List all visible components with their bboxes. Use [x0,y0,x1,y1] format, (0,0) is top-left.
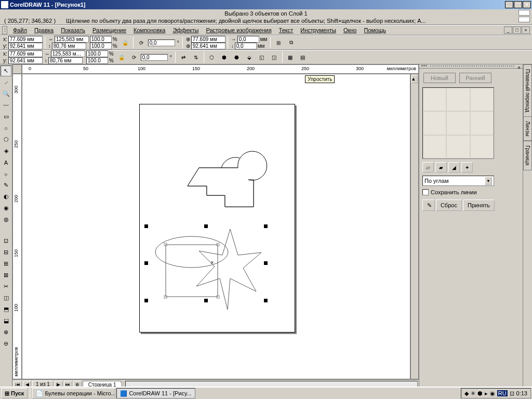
maximize-button[interactable]: □ [514,1,522,8]
width-input[interactable] [55,36,89,43]
height-input[interactable] [52,43,86,49]
trim-icon[interactable]: ⬢ [219,51,230,63]
mdi-icon1[interactable] [518,10,530,16]
drawing-canvas[interactable]: × Упростить [22,74,410,379]
center-x-input[interactable] [191,36,225,43]
mirror-v-icon[interactable]: ⇅ [190,51,202,63]
pick-tool[interactable]: ↖ [1,65,11,76]
tray-icon-6[interactable]: ⊡ [510,390,514,397]
ellipse-tool[interactable]: ○ [1,123,11,134]
extra-tool-4[interactable]: ⊠ [1,270,11,281]
extra-tool-6[interactable]: ◫ [1,292,11,303]
scale-y2-input[interactable] [86,57,108,64]
close-button[interactable]: × [523,1,531,8]
relative-icon[interactable]: ⊞ [273,37,284,48]
menu-tools[interactable]: Инструменты [297,26,340,34]
ruler-corner[interactable] [12,64,22,74]
rotation2-input[interactable] [141,54,168,61]
weld-icon[interactable]: ⬡ [206,51,218,63]
tray-icon-4[interactable]: ▸ [485,390,488,397]
interactive-fill-tool[interactable]: ◍ [1,214,11,225]
mdi-minimize[interactable]: _ [504,26,512,34]
tray-icon-3[interactable]: ⬢ [477,390,483,397]
preset-grid[interactable] [422,87,494,159]
blend-tool[interactable]: ⟐ [1,168,11,179]
tray-icon-1[interactable]: ◆ [464,390,469,397]
zoom-tool[interactable]: 🔍 [1,88,11,99]
lock-ratio-icon[interactable]: 🔒 [119,37,131,48]
scale-y-input[interactable] [90,43,112,49]
polygon-tool[interactable]: ⬠ [1,134,11,145]
menu-file[interactable]: Файл [9,26,31,34]
extra-tool-10[interactable]: ⊖ [1,338,11,349]
start-button[interactable]: ⊞ Пуск [1,388,28,398]
preset-3[interactable]: ◢ [448,162,460,172]
extra-tool-5[interactable]: ✂ [1,281,11,292]
pos-y-input[interactable] [8,43,43,49]
front-minus-icon[interactable]: ◱ [256,51,268,63]
rectangle-tool[interactable]: ▭ [1,111,11,122]
scale-x2-input[interactable] [86,50,108,57]
menu-window[interactable]: Окно [340,26,361,34]
extra-tool-8[interactable]: ⬓ [1,315,11,326]
width2-input[interactable] [51,50,85,57]
menu-layout[interactable]: Размещение [89,26,130,34]
chevron-down-icon[interactable]: ▼ [485,177,492,185]
extra-tool-9[interactable]: ⊕ [1,327,11,338]
text-tool[interactable]: A [1,157,11,168]
preset-4[interactable]: ✦ [461,162,473,172]
align-icon[interactable]: ▦ [285,51,296,63]
preset-1[interactable]: ▱ [422,162,434,172]
menu-grip[interactable]: ⋮ [2,26,7,34]
corner-combo[interactable]: По углам ▼ [422,176,494,186]
eyedropper-tool[interactable]: ✎ [1,180,11,191]
selection-handle[interactable] [144,261,148,265]
apply-button[interactable]: Принять [463,200,495,211]
menu-help[interactable]: Помощь [360,26,390,34]
scale-x-input[interactable] [90,36,112,43]
lock-ratio2-icon[interactable]: 🔒 [116,51,127,63]
minimize-button[interactable]: _ [505,1,513,8]
mirror-h-icon[interactable]: ⇄ [178,51,189,63]
docker-close-icon[interactable]: × [517,65,521,68]
eyedropper-action-icon[interactable]: ✎ [422,200,435,211]
tab-blend[interactable]: Плавный переход [523,64,532,116]
selection-handle[interactable] [264,299,268,302]
menu-edit[interactable]: Правка [31,26,57,34]
rotation-input[interactable] [148,39,175,46]
mdi-restore[interactable]: □ [513,26,521,34]
mdi-close[interactable]: × [522,26,530,34]
menu-bitmaps[interactable]: Растровые изображения [202,26,275,34]
selection-handle[interactable] [144,224,148,228]
center-y-input[interactable] [191,43,225,49]
preset-2[interactable]: ▰ [435,162,447,172]
offset-y-input[interactable] [235,43,257,49]
extra-tool-2[interactable]: ⊟ [1,247,11,258]
selected-objects[interactable]: × [147,229,272,312]
menu-arrange[interactable]: Компоновка [130,26,169,34]
outline-tool[interactable]: ◐ [1,191,11,202]
system-tray[interactable]: ◆ ✳ ⬢ ▸ ◉ RU ⊡ 0:13 [461,388,531,398]
extra-tool-1[interactable]: ⊡ [1,235,11,246]
offset-x-input[interactable] [237,36,259,43]
ruler-horizontal[interactable]: 0 50 100 150 200 250 300 миллиметров [22,64,419,74]
task-word[interactable]: 📄 Булевы операции - Micro... [32,388,115,398]
fill-tool[interactable]: ◉ [1,203,11,214]
language-indicator[interactable]: RU [497,390,508,396]
shape-tool[interactable]: ⟋ [1,77,11,88]
pos-x2-input[interactable] [8,50,43,57]
extra-tool-7[interactable]: ⬒ [1,304,11,315]
selection-handle[interactable] [204,224,208,228]
order-icon[interactable]: ▤ [297,51,309,63]
simplify-icon[interactable]: ⬙ [244,51,255,63]
intersect-icon[interactable]: ⬣ [231,51,243,63]
tab-lens[interactable]: Линзы [523,116,532,141]
scroll-thumb[interactable]: ▴ [411,75,418,83]
selection-handle[interactable] [264,261,268,265]
selection-handle[interactable] [264,224,268,228]
apply-dup-icon[interactable]: ⧉ [285,37,297,48]
task-coreldraw[interactable]: 🟦 CorelDRAW 11 - [Рису... [116,388,195,398]
pos-y2-input[interactable] [8,57,43,64]
reset-button[interactable]: Сброс [436,200,462,211]
tray-icon-5[interactable]: ◉ [490,390,495,397]
